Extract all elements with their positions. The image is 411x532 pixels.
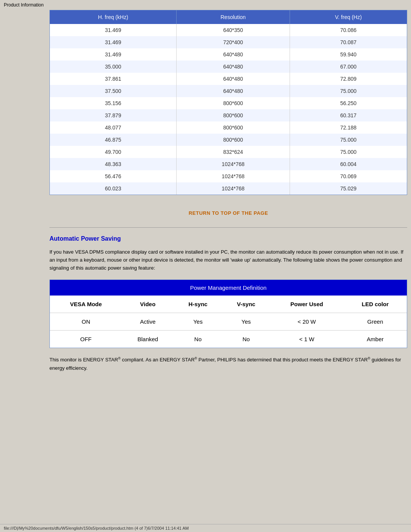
table-cell: 60.004	[290, 158, 407, 170]
col-vesa-mode: VESA Mode	[50, 296, 122, 313]
table-row: 37.861640*48072.809	[50, 73, 407, 85]
footer-path: file:///D|/My%20documents/dfu/W5/english…	[4, 526, 189, 530]
power-table-title: Power Management Definition	[50, 280, 407, 296]
col-resolution: Resolution	[177, 10, 290, 24]
table-cell: 70.087	[290, 36, 407, 48]
power-table-title-row: Power Management Definition	[50, 280, 407, 296]
power-1w: < 1 W	[270, 331, 344, 348]
vsync-no: No	[222, 331, 270, 348]
section-divider	[49, 227, 407, 228]
energy-text-3: Partner, PHILIPS has determined that thi…	[197, 357, 368, 363]
table-row: 31.469640*35070.086	[50, 24, 407, 36]
power-row-off: OFF Blanked No No < 1 W Amber	[50, 331, 407, 348]
mode-on: ON	[50, 313, 122, 331]
table-cell: 72.809	[290, 73, 407, 85]
power-row-on: ON Active Yes Yes < 20 W Green	[50, 313, 407, 331]
hsync-no: No	[174, 331, 222, 348]
table-row: 46.875800*60075.000	[50, 134, 407, 146]
table-cell: 75.000	[290, 85, 407, 97]
table-row: 31.469720*40070.087	[50, 36, 407, 48]
auto-power-section: Automatic Power Saving If you have VESA …	[49, 235, 407, 372]
table-cell: 48.077	[50, 121, 177, 134]
col-vsync: V-sync	[222, 296, 270, 313]
table-cell: 35.000	[50, 61, 177, 73]
table-cell: 56.250	[290, 97, 407, 109]
table-row: 48.077800*60072.188	[50, 121, 407, 134]
col-h-freq: H. freq (kHz)	[50, 10, 177, 24]
table-cell: 720*400	[177, 36, 290, 48]
header-title: Product Information	[4, 2, 44, 8]
video-blanked: Blanked	[122, 331, 174, 348]
table-row: 48.3631024*76860.004	[50, 158, 407, 170]
hsync-yes: Yes	[174, 313, 222, 331]
table-cell: 70.086	[290, 24, 407, 36]
page-footer: file:///D|/My%20documents/dfu/W5/english…	[0, 524, 411, 532]
table-cell: 37.861	[50, 73, 177, 85]
table-cell: 640*350	[177, 24, 290, 36]
table-row: 60.0231024*76875.029	[50, 182, 407, 195]
section-title: Automatic Power Saving	[49, 235, 407, 242]
table-cell: 72.188	[290, 121, 407, 134]
table-cell: 35.156	[50, 97, 177, 109]
power-20w: < 20 W	[270, 313, 344, 331]
table-cell: 800*600	[177, 109, 290, 121]
table-row: 56.4761024*76870.069	[50, 170, 407, 182]
col-power-used: Power Used	[270, 296, 344, 313]
table-cell: 75.000	[290, 134, 407, 146]
energy-text-2: compliant. As an ENERGY STAR	[121, 357, 195, 363]
table-cell: 48.363	[50, 158, 177, 170]
power-col-headers: VESA Mode Video H-sync V-sync Power Used…	[50, 296, 407, 313]
energy-note: This monitor is ENERGY STAR® compliant. …	[49, 356, 407, 372]
return-top-container: RETURN TO TOP OF THE PAGE	[49, 203, 407, 220]
table-cell: 832*624	[177, 146, 290, 158]
page-header: Product Information	[0, 0, 411, 10]
table-cell: 60.317	[290, 109, 407, 121]
table-cell: 640*480	[177, 61, 290, 73]
table-row: 37.879800*60060.317	[50, 109, 407, 121]
section-description: If you have VESA DPMS compliance display…	[49, 248, 407, 272]
table-cell: 56.476	[50, 170, 177, 182]
table-cell: 640*480	[177, 85, 290, 97]
table-cell: 60.023	[50, 182, 177, 195]
energy-reg-1: ®	[118, 356, 121, 360]
freq-table: H. freq (kHz) Resolution V. freq (Hz) 31…	[50, 10, 407, 195]
table-cell: 640*480	[177, 73, 290, 85]
col-led-color: LED color	[344, 296, 407, 313]
table-row: 49.700832*62475.000	[50, 146, 407, 158]
table-cell: 1024*768	[177, 158, 290, 170]
table-row: 31.469640*48059.940	[50, 48, 407, 61]
led-amber: Amber	[344, 331, 407, 348]
energy-text-1: This monitor is ENERGY STAR	[49, 357, 118, 363]
video-active: Active	[122, 313, 174, 331]
led-green: Green	[344, 313, 407, 331]
table-cell: 46.875	[50, 134, 177, 146]
table-cell: 59.940	[290, 48, 407, 61]
col-hsync: H-sync	[174, 296, 222, 313]
freq-table-header-row: H. freq (kHz) Resolution V. freq (Hz)	[50, 10, 407, 24]
table-cell: 1024*768	[177, 170, 290, 182]
table-row: 35.000640*48067.000	[50, 61, 407, 73]
power-table: Power Management Definition VESA Mode Vi…	[50, 280, 407, 348]
vsync-yes: Yes	[222, 313, 270, 331]
table-row: 37.500640*48075.000	[50, 85, 407, 97]
table-cell: 800*600	[177, 121, 290, 134]
return-top-link[interactable]: RETURN TO TOP OF THE PAGE	[189, 210, 268, 216]
energy-reg-3: ®	[368, 356, 370, 360]
table-cell: 1024*768	[177, 182, 290, 195]
table-row: 35.156800*60056.250	[50, 97, 407, 109]
table-cell: 640*480	[177, 48, 290, 61]
mode-off: OFF	[50, 331, 122, 348]
table-cell: 37.500	[50, 85, 177, 97]
table-cell: 800*600	[177, 97, 290, 109]
power-table-wrapper: Power Management Definition VESA Mode Vi…	[49, 280, 407, 348]
table-cell: 800*600	[177, 134, 290, 146]
freq-table-wrapper: H. freq (kHz) Resolution V. freq (Hz) 31…	[49, 10, 407, 195]
table-cell: 31.469	[50, 24, 177, 36]
table-cell: 75.000	[290, 146, 407, 158]
return-top-label: RETURN TO TOP OF THE PAGE	[189, 210, 268, 216]
col-v-freq: V. freq (Hz)	[290, 10, 407, 24]
table-cell: 75.029	[290, 182, 407, 195]
col-video: Video	[122, 296, 174, 313]
table-cell: 67.000	[290, 61, 407, 73]
table-cell: 31.469	[50, 36, 177, 48]
